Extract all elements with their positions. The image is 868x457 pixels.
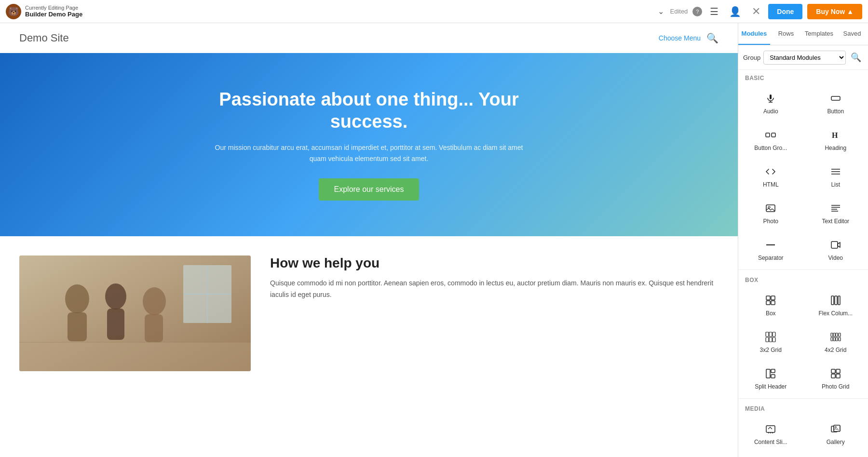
right-panel: Modules Rows Templates Saved Group Stand…: [738, 23, 868, 457]
svg-rect-52: [771, 369, 775, 373]
done-button[interactable]: Done: [768, 4, 802, 19]
group-row: Group Standard Modules 🔍: [738, 45, 868, 70]
lower-section-title: How we help you: [270, 255, 719, 271]
lower-section: How we help you Quisque commodo id mi no…: [0, 236, 738, 390]
flex-column-icon: [829, 294, 842, 307]
svg-rect-54: [831, 369, 835, 373]
module-item-button-group[interactable]: Button Gro...: [738, 121, 803, 158]
svg-point-23: [768, 206, 770, 208]
editing-info: Currently Editing Page Builder Demo Page: [25, 5, 652, 18]
user-icon[interactable]: 👤: [726, 4, 744, 19]
module-item-content-slider[interactable]: Content Sli...: [738, 415, 803, 452]
choose-menu-link[interactable]: Choose Menu: [659, 34, 701, 42]
svg-rect-56: [831, 374, 835, 378]
svg-rect-16: [766, 133, 770, 137]
panel-search-button[interactable]: 🔍: [849, 50, 863, 65]
module-item-icon[interactable]: Icon: [738, 452, 803, 457]
module-item-flex-column[interactable]: Flex Colum...: [803, 286, 868, 323]
svg-rect-6: [145, 314, 163, 342]
module-item-video[interactable]: Video: [803, 231, 868, 268]
module-label-heading: Heading: [825, 145, 846, 151]
3x2-grid-icon: [764, 330, 777, 344]
module-label-content-slider: Content Sli...: [754, 439, 787, 445]
text-editor-icon: [829, 202, 842, 215]
help-icon[interactable]: ?: [692, 7, 702, 16]
divider-basic-box: [738, 269, 868, 270]
photo-grid-icon: [829, 367, 842, 380]
edited-label: Edited: [670, 8, 688, 15]
4x2-grid-icon: [829, 330, 842, 344]
svg-rect-55: [836, 369, 840, 373]
module-item-html[interactable]: HTML: [738, 158, 803, 194]
svg-rect-41: [769, 337, 772, 342]
avatar: 🐻: [6, 4, 21, 19]
svg-rect-63: [834, 425, 840, 431]
svg-rect-4: [107, 309, 124, 340]
photo-icon: [764, 202, 777, 215]
search-icon[interactable]: 🔍: [706, 32, 719, 44]
svg-rect-34: [831, 296, 834, 305]
section-header-basic: Basic: [738, 70, 868, 84]
svg-rect-30: [766, 296, 770, 300]
video-icon: [829, 238, 842, 252]
module-label-box: Box: [766, 310, 776, 317]
svg-rect-12: [770, 94, 772, 99]
button-icon: [829, 92, 842, 105]
gallery-icon: [829, 422, 842, 436]
tab-saved[interactable]: Saved: [836, 23, 868, 45]
tab-modules[interactable]: Modules: [738, 23, 770, 45]
buy-now-button[interactable]: Buy Now ▲: [807, 4, 862, 19]
module-label-button: Button: [827, 108, 844, 115]
module-item-list[interactable]: List: [803, 158, 868, 194]
module-item-split-header[interactable]: Split Header: [738, 360, 803, 396]
section-header-box: Box: [738, 272, 868, 286]
svg-rect-37: [766, 332, 769, 336]
divider-box-media: [738, 398, 868, 399]
close-button[interactable]: ✕: [749, 3, 763, 20]
tab-rows[interactable]: Rows: [770, 23, 802, 45]
heading-icon: H: [829, 128, 842, 142]
svg-rect-45: [836, 333, 838, 336]
module-item-button[interactable]: Button: [803, 84, 868, 121]
svg-rect-32: [766, 301, 770, 305]
hero-content: Passionate about one thing... Your succe…: [200, 69, 538, 220]
module-label-audio: Audio: [763, 108, 778, 115]
group-select[interactable]: Standard Modules: [763, 51, 846, 65]
module-item-photo[interactable]: Photo: [738, 194, 803, 231]
svg-rect-15: [831, 96, 840, 100]
module-item-3x2-grid[interactable]: 3x2 Grid: [738, 323, 803, 360]
hero-cta-button[interactable]: Explore our services: [319, 178, 420, 201]
lower-image-inner: [19, 255, 251, 371]
module-item-separator[interactable]: Separator: [738, 231, 803, 268]
svg-rect-42: [773, 337, 775, 342]
module-label-flex-column: Flex Colum...: [818, 310, 853, 317]
svg-rect-35: [835, 296, 837, 305]
module-label-gallery: Gallery: [827, 439, 845, 445]
module-item-heading[interactable]: H Heading: [803, 121, 868, 158]
section-header-media: Media: [738, 401, 868, 415]
svg-point-1: [65, 284, 89, 313]
module-list: Basic Audio: [738, 70, 868, 457]
module-item-box[interactable]: Box: [738, 286, 803, 323]
lower-section-desc: Quisque commodo id mi non porttitor. Aen…: [270, 278, 719, 301]
svg-rect-44: [833, 333, 835, 336]
module-label-text-editor: Text Editor: [822, 218, 849, 225]
module-item-photo-grid[interactable]: Photo Grid: [803, 360, 868, 396]
chevron-down-button[interactable]: ⌄: [656, 5, 666, 18]
module-item-gallery[interactable]: Gallery: [803, 415, 868, 452]
tab-templates[interactable]: Templates: [802, 23, 836, 45]
module-item-4x2-grid[interactable]: 4x2 Grid: [803, 323, 868, 360]
audio-icon: [764, 92, 777, 105]
module-item-audio[interactable]: Audio: [738, 84, 803, 121]
svg-rect-51: [766, 369, 770, 378]
module-item-text-editor[interactable]: Text Editor: [803, 194, 868, 231]
page-name-label: Builder Demo Page: [25, 11, 652, 18]
module-item-icon-group[interactable]: Icon Group: [803, 452, 868, 457]
content-slider-icon: [764, 422, 777, 436]
list-icon[interactable]: ☰: [707, 4, 721, 19]
topbar: 🐻 Currently Editing Page Builder Demo Pa…: [0, 0, 868, 23]
svg-rect-46: [839, 333, 841, 336]
svg-rect-29: [831, 242, 838, 248]
module-label-button-group: Button Gro...: [754, 145, 787, 151]
svg-rect-48: [833, 337, 835, 341]
